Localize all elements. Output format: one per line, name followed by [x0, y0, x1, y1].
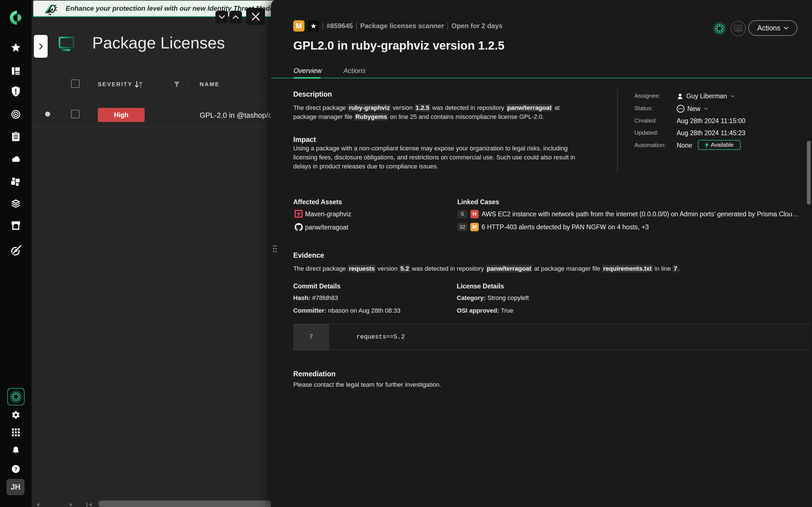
- svg-text:?: ?: [14, 466, 17, 472]
